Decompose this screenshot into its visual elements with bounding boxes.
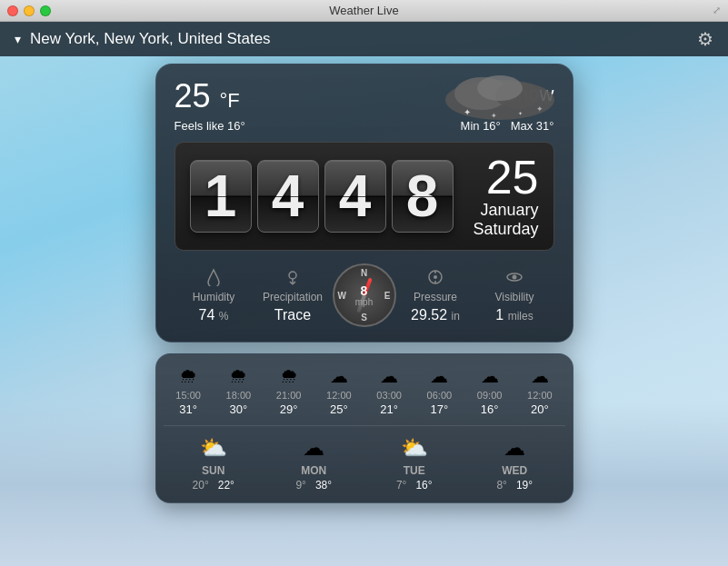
- hourly-temp: 20°: [514, 402, 564, 416]
- humidity-value: 74 %: [175, 307, 254, 323]
- humidity-stat: Humidity 74 %: [175, 267, 254, 323]
- compass-west: W: [338, 291, 346, 301]
- daily-low: 7°: [396, 479, 406, 492]
- clock-digit-4: 8: [392, 160, 454, 233]
- svg-point-8: [289, 272, 296, 279]
- weather-mid: Feels like 16° Min 16° Max 31°: [175, 119, 554, 133]
- precipitation-label: Precipitation: [254, 291, 333, 303]
- compass-south: S: [361, 313, 367, 323]
- svg-point-15: [434, 275, 437, 279]
- min-max: Min 16° Max 31°: [461, 119, 554, 133]
- hourly-item: ☁ 12:00 20°: [514, 365, 564, 416]
- pressure-value: 29.52 in: [396, 307, 475, 323]
- flip-clock: 1 4 4 8 25 January Saturday: [175, 142, 554, 251]
- date-month: January: [473, 201, 538, 220]
- hourly-icon: 🌨: [214, 366, 264, 387]
- hourly-icon: ☁: [464, 365, 514, 387]
- hourly-time: 12:00: [314, 390, 364, 401]
- daily-day: TUE: [364, 464, 465, 477]
- stats-row: Humidity 74 % Precipitation Trace N S E: [175, 263, 554, 327]
- feels-like: Feels like 16°: [175, 119, 245, 133]
- daily-temps: 8° 19°: [464, 479, 565, 492]
- app-title: Weather Live: [329, 4, 398, 17]
- hourly-icon: 🌨: [264, 366, 314, 387]
- clock-digit-2: 4: [257, 160, 319, 233]
- visibility-label: Visibility: [475, 291, 554, 303]
- daily-low: 20°: [193, 479, 209, 492]
- daily-high: 19°: [516, 479, 533, 492]
- maximize-button[interactable]: [40, 5, 51, 16]
- daily-high: 16°: [415, 479, 432, 492]
- daily-low: 8°: [496, 479, 506, 492]
- hourly-item: 🌨 21:00 29°: [264, 366, 314, 416]
- location-dropdown-arrow[interactable]: ▾: [15, 32, 21, 46]
- date-day: 25: [473, 154, 538, 201]
- hourly-item: 🌨 18:00 30°: [214, 366, 264, 416]
- weather-top: 25 °F Snow: [175, 77, 554, 115]
- wind-speed-display: 8 mph: [355, 284, 373, 307]
- hourly-item: ☁ 12:00 25°: [314, 365, 364, 416]
- daily-icon: ⛅: [164, 435, 264, 461]
- daily-icon: ☁: [264, 435, 364, 461]
- date-weekday: Saturday: [473, 220, 538, 239]
- hourly-item: ☁ 09:00 16°: [464, 365, 514, 416]
- daily-temps: 7° 16°: [364, 479, 465, 492]
- visibility-icon: [475, 267, 554, 287]
- svg-point-17: [513, 275, 517, 280]
- hourly-time: 09:00: [464, 390, 514, 401]
- daily-item: ☁ MON 9° 38°: [264, 435, 364, 492]
- hourly-time: 21:00: [264, 390, 314, 401]
- daily-day: MON: [264, 464, 364, 477]
- weather-condition: Snow: [504, 83, 553, 106]
- hourly-time: 06:00: [414, 390, 464, 401]
- daily-high: 22°: [218, 479, 234, 492]
- humidity-label: Humidity: [175, 291, 254, 303]
- clock-digit-3: 4: [324, 160, 386, 233]
- pressure-label: Pressure: [396, 291, 475, 303]
- hourly-icon: ☁: [314, 365, 364, 387]
- pressure-icon: [396, 267, 475, 287]
- daily-day: WED: [464, 464, 565, 477]
- visibility-stat: Visibility 1 miles: [475, 267, 554, 323]
- daily-item: ☁ WED 8° 19°: [464, 435, 565, 492]
- daily-icon: ⛅: [364, 435, 465, 461]
- minimize-button[interactable]: [24, 5, 35, 16]
- hourly-temp: 25°: [314, 402, 364, 416]
- humidity-icon: [175, 267, 254, 287]
- topbar-left: ▾ New York, New York, United States: [15, 30, 271, 48]
- clock-digits: 1 4 4 8: [190, 160, 454, 233]
- weather-card: ✦ ✦ ✦ ✦ 25 °F Snow Feels like 16° Min 16…: [155, 64, 573, 343]
- hourly-icon: ☁: [414, 365, 464, 387]
- settings-icon[interactable]: ⚙: [697, 28, 713, 50]
- hourly-temp: 21°: [364, 402, 414, 416]
- hourly-temp: 29°: [264, 402, 314, 416]
- hourly-time: 12:00: [514, 390, 564, 401]
- close-button[interactable]: [7, 5, 18, 16]
- hourly-time: 18:00: [214, 390, 264, 401]
- hourly-time: 15:00: [164, 390, 214, 401]
- hourly-icon: ☁: [364, 365, 414, 387]
- forecast-card: 🌨 15:00 31° 🌨 18:00 30° 🌨 21:00 29° ☁ 12…: [155, 353, 573, 503]
- precipitation-value: Trace: [254, 307, 333, 323]
- visibility-value: 1 miles: [475, 307, 554, 323]
- daily-temps: 9° 38°: [264, 479, 364, 492]
- traffic-lights: [7, 5, 51, 16]
- hourly-temp: 17°: [414, 402, 464, 416]
- pressure-stat: Pressure 29.52 in: [396, 267, 475, 323]
- resize-icon: ⤢: [713, 5, 721, 16]
- daily-high: 38°: [315, 479, 332, 492]
- daily-item: ⛅ SUN 20° 22°: [164, 435, 264, 492]
- daily-icon: ☁: [464, 435, 565, 461]
- date-display: 25 January Saturday: [473, 154, 538, 239]
- compass-east: E: [384, 291, 391, 301]
- hourly-temp: 30°: [214, 402, 264, 416]
- precipitation-stat: Precipitation Trace: [254, 267, 333, 323]
- compass-north: N: [361, 268, 367, 278]
- hourly-temp: 16°: [464, 402, 514, 416]
- hourly-item: ☁ 03:00 21°: [364, 365, 414, 416]
- daily-forecast: ⛅ SUN 20° 22° ☁ MON 9° 38° ⛅ TUE 7° 16° …: [164, 435, 565, 492]
- hourly-temp: 31°: [164, 402, 214, 416]
- daily-temps: 20° 22°: [164, 479, 264, 492]
- hourly-forecast: 🌨 15:00 31° 🌨 18:00 30° 🌨 21:00 29° ☁ 12…: [164, 365, 565, 426]
- hourly-icon: ☁: [514, 365, 564, 387]
